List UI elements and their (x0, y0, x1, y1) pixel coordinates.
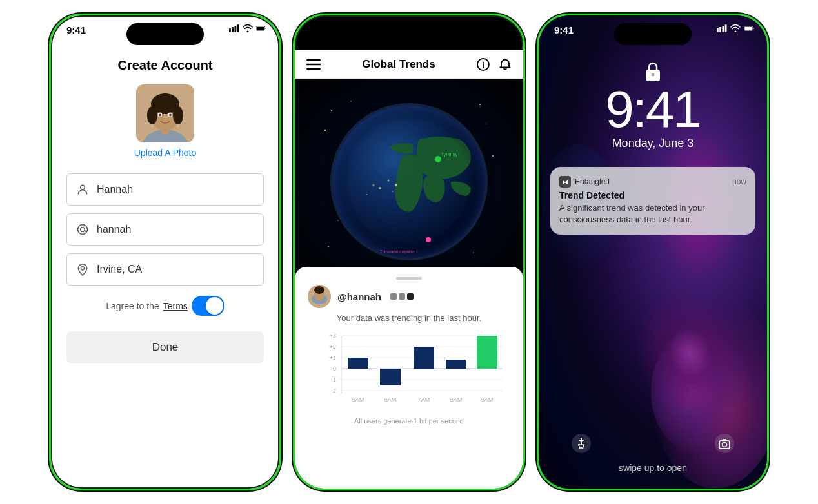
notification-icon[interactable] (499, 58, 512, 71)
signal-icon (229, 24, 239, 32)
svg-rect-29 (306, 68, 321, 70)
signal-icon-3 (717, 24, 727, 32)
svg-rect-26 (501, 27, 508, 30)
notif-app-name: Entangled (575, 177, 610, 186)
svg-point-35 (324, 130, 326, 131)
p2-title: Global Trends (362, 58, 435, 71)
svg-rect-0 (229, 28, 231, 32)
scroll-indicator (396, 277, 422, 280)
svg-point-87 (715, 434, 734, 453)
name-field[interactable]: Hannah (66, 173, 264, 206)
svg-point-19 (78, 225, 88, 235)
swipe-text: swipe up to open (539, 463, 767, 473)
bar-2 (380, 369, 401, 385)
svg-point-40 (328, 246, 329, 247)
svg-point-20 (81, 267, 85, 270)
menu-icon[interactable] (306, 59, 321, 70)
avatar-image (136, 84, 194, 142)
card-username: @hannah (337, 291, 381, 302)
notif-title: Trend Detected (559, 190, 746, 200)
svg-text:+2: +2 (330, 344, 336, 350)
upload-photo-link[interactable]: Upload A Photo (134, 148, 197, 158)
lock-screen-bg: 9:41 (539, 15, 767, 489)
svg-point-58 (314, 286, 324, 294)
location-field[interactable]: Irvine, CA (66, 253, 264, 286)
svg-rect-83 (744, 27, 752, 30)
name-value: Hannah (97, 184, 133, 195)
svg-point-48 (373, 184, 375, 186)
card-avatar (308, 285, 331, 308)
username-field[interactable]: hannah (66, 213, 264, 246)
svg-point-16 (169, 114, 172, 117)
svg-point-37 (486, 123, 486, 124)
card-subtitle: Your data was trending in the last hour. (308, 313, 510, 323)
wifi-icon (243, 24, 253, 32)
lock-bottom-icons (539, 433, 767, 456)
dot-1 (390, 293, 397, 300)
info-icon[interactable] (477, 58, 490, 71)
svg-point-41 (473, 252, 474, 253)
dynamic-island-3 (614, 23, 692, 45)
globe-area: Tyranny Thiruvananthapuram (295, 79, 523, 285)
svg-rect-80 (722, 26, 724, 32)
done-button[interactable]: Done (66, 331, 264, 363)
p1-content: Create Account (51, 50, 279, 489)
svg-point-15 (159, 114, 161, 117)
svg-text:6AM: 6AM (384, 396, 397, 403)
svg-point-43 (333, 106, 485, 258)
svg-text:Tyranny: Tyranny (441, 152, 457, 157)
svg-rect-23 (478, 26, 480, 32)
terms-row: I agree to the Terms (66, 296, 264, 316)
svg-point-53 (426, 237, 431, 242)
lock-time: 9:41 (539, 80, 767, 139)
svg-rect-3 (237, 24, 239, 32)
wifi-icon-2 (486, 24, 497, 32)
svg-point-33 (331, 110, 332, 111)
flashlight-icon[interactable] (571, 433, 592, 456)
bar-5 (477, 336, 497, 369)
phone-3-lock-screen: 9:41 (537, 14, 769, 490)
svg-point-45 (388, 180, 390, 182)
terms-toggle[interactable] (192, 296, 224, 316)
notif-header: ⧓ Entangled now (559, 176, 746, 188)
svg-text:8AM: 8AM (450, 396, 463, 403)
svg-rect-78 (717, 28, 719, 32)
dot-2 (399, 293, 405, 300)
trend-chart: +3 +2 +1 0 -1 -2 (308, 329, 510, 407)
card-header: @hannah (308, 285, 510, 308)
svg-rect-21 (473, 28, 475, 32)
svg-point-17 (81, 185, 85, 189)
location-value: Irvine, CA (97, 264, 142, 275)
svg-text:7AM: 7AM (418, 396, 430, 403)
svg-text:5AM: 5AM (352, 396, 364, 403)
status-time-3: 9:41 (554, 24, 574, 35)
at-icon (76, 223, 89, 236)
svg-point-85 (652, 73, 655, 77)
svg-point-49 (366, 194, 368, 195)
bar-4 (446, 360, 466, 369)
dot-3 (407, 293, 414, 300)
svg-point-12 (173, 106, 183, 124)
card-dots (390, 293, 414, 300)
person-icon (76, 183, 89, 196)
bar-3 (414, 347, 434, 369)
camera-icon[interactable] (714, 433, 735, 456)
p2-trend-card: @hannah Your data was trending in the la… (295, 267, 523, 489)
svg-point-46 (392, 191, 394, 192)
svg-rect-81 (725, 24, 727, 32)
status-time-1: 9:41 (66, 24, 86, 35)
status-icons-2 (473, 24, 510, 32)
svg-point-18 (81, 228, 85, 232)
svg-text:-1: -1 (331, 376, 336, 383)
terms-link[interactable]: Terms (163, 301, 188, 311)
svg-rect-22 (475, 27, 477, 32)
globe: Tyranny Thiruvananthapuram (319, 92, 499, 272)
phone-1-create-account: 9:41 (49, 14, 281, 490)
svg-point-47 (379, 187, 381, 189)
toggle-knob (206, 297, 223, 315)
svg-text:-2: -2 (331, 387, 336, 394)
svg-rect-2 (234, 26, 236, 32)
svg-text:0: 0 (333, 365, 336, 372)
svg-point-39 (337, 220, 339, 221)
notif-app-icon: ⧓ (559, 176, 571, 188)
